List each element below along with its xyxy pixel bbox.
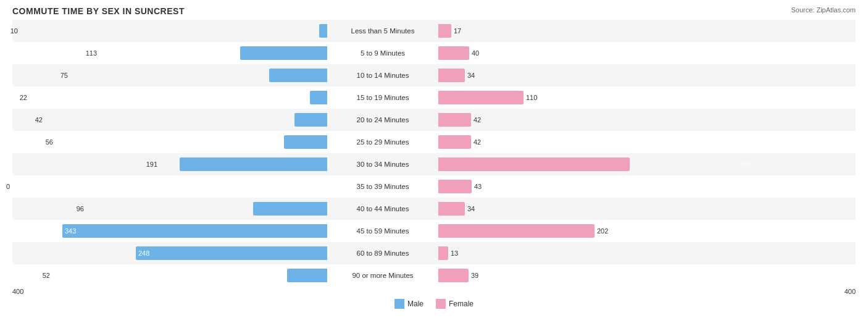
female-label: Female — [449, 300, 474, 308]
male-swatch — [394, 299, 404, 309]
axis-labels: 400 400 — [12, 288, 856, 295]
male-section: 248 — [12, 242, 327, 264]
female-value: 202 — [597, 227, 608, 235]
row-label: 90 or more Minutes — [327, 272, 438, 279]
female-section: 13 — [438, 242, 753, 264]
female-bar — [438, 91, 524, 104]
legend-female: Female — [436, 299, 474, 309]
male-value: 52 — [43, 272, 50, 279]
male-value: 191 — [146, 161, 157, 168]
male-bar — [269, 69, 327, 82]
female-value: 110 — [526, 94, 537, 101]
female-value: 34 — [467, 205, 475, 212]
female-bar — [438, 135, 471, 149]
axis-right: 400 — [845, 288, 856, 295]
row-label: 5 to 9 Minutes — [327, 49, 438, 57]
legend-male: Male — [394, 299, 424, 309]
bar-row: 2215 to 19 Minutes110 — [12, 86, 856, 109]
female-section: 248 — [438, 153, 753, 175]
female-section: 39 — [438, 264, 753, 287]
bar-row: 5625 to 29 Minutes42 — [12, 131, 856, 153]
chart-container: COMMUTE TIME BY SEX IN SUNCREST Source: … — [0, 0, 868, 323]
male-section: 191 — [12, 153, 327, 175]
row-label: 20 to 24 Minutes — [327, 116, 438, 124]
female-value: 40 — [472, 49, 479, 57]
source-label: Source: ZipAtlas.com — [791, 6, 856, 14]
female-bar — [438, 269, 469, 282]
row-label: Less than 5 Minutes — [327, 27, 438, 35]
female-bar — [438, 246, 448, 260]
male-bar — [319, 24, 327, 38]
row-label: 60 to 89 Minutes — [327, 250, 438, 257]
bar-row: 19130 to 34 Minutes248 — [12, 153, 856, 175]
male-bar — [310, 91, 327, 104]
female-bar — [438, 46, 469, 60]
male-label: Male — [407, 300, 424, 308]
female-value: 42 — [474, 138, 481, 146]
male-section: 113 — [12, 42, 327, 64]
bar-row: 1135 to 9 Minutes40 — [12, 42, 856, 64]
male-bar — [253, 202, 327, 216]
chart-title: COMMUTE TIME BY SEX IN SUNCREST — [12, 6, 856, 16]
bar-row: 9640 to 44 Minutes34 — [12, 198, 856, 220]
male-value: 10 — [10, 27, 18, 35]
male-section: 343 — [12, 220, 327, 242]
male-bar — [62, 224, 327, 238]
female-section: 43 — [438, 175, 753, 198]
bar-row: 34345 to 59 Minutes202 — [12, 220, 856, 242]
legend: Male Female — [12, 299, 856, 309]
male-bar — [136, 246, 327, 260]
bar-row: 24860 to 89 Minutes13 — [12, 242, 856, 264]
female-bar — [438, 113, 471, 127]
male-section: 56 — [12, 131, 327, 153]
female-swatch — [436, 299, 446, 309]
female-section: 34 — [438, 64, 753, 86]
male-section: 75 — [12, 64, 327, 86]
bar-row: 035 to 39 Minutes43 — [12, 175, 856, 198]
female-value: 13 — [451, 250, 458, 257]
male-value: 343 — [65, 227, 76, 235]
male-section: 96 — [12, 198, 327, 220]
male-section: 10 — [12, 20, 327, 42]
female-value: 248 — [740, 161, 751, 168]
male-value: 0 — [6, 183, 10, 190]
row-label: 10 to 14 Minutes — [327, 72, 438, 79]
bar-row: 10Less than 5 Minutes17 — [12, 20, 856, 42]
male-value: 96 — [77, 205, 84, 212]
row-label: 25 to 29 Minutes — [327, 138, 438, 146]
male-bar — [284, 135, 327, 149]
female-value: 42 — [474, 116, 481, 124]
male-bar — [240, 46, 327, 60]
female-value: 17 — [454, 27, 461, 35]
male-value: 42 — [35, 116, 43, 124]
female-section: 202 — [438, 220, 753, 242]
male-value: 248 — [138, 250, 149, 257]
female-section: 110 — [438, 86, 753, 109]
male-bar — [180, 157, 327, 171]
female-bar — [438, 157, 630, 171]
female-section: 17 — [438, 20, 753, 42]
row-label: 15 to 19 Minutes — [327, 94, 438, 101]
male-bar — [294, 113, 327, 127]
row-label: 40 to 44 Minutes — [327, 205, 438, 212]
bar-row: 4220 to 24 Minutes42 — [12, 109, 856, 131]
female-value: 34 — [467, 72, 475, 79]
male-value: 113 — [86, 49, 97, 57]
female-section: 34 — [438, 198, 753, 220]
female-value: 43 — [474, 183, 482, 190]
bar-row: 7510 to 14 Minutes34 — [12, 64, 856, 86]
male-section: 42 — [12, 109, 327, 131]
female-bar — [438, 224, 595, 238]
female-section: 42 — [438, 109, 753, 131]
male-section: 52 — [12, 264, 327, 287]
male-value: 75 — [61, 72, 68, 79]
row-label: 35 to 39 Minutes — [327, 183, 438, 190]
chart-area: 10Less than 5 Minutes171135 to 9 Minutes… — [12, 20, 856, 287]
female-bar — [438, 24, 451, 38]
axis-left: 400 — [12, 288, 23, 295]
row-label: 45 to 59 Minutes — [327, 227, 438, 235]
male-section: 0 — [12, 175, 327, 198]
female-section: 42 — [438, 131, 753, 153]
male-value: 22 — [20, 94, 27, 101]
female-bar — [438, 69, 465, 82]
